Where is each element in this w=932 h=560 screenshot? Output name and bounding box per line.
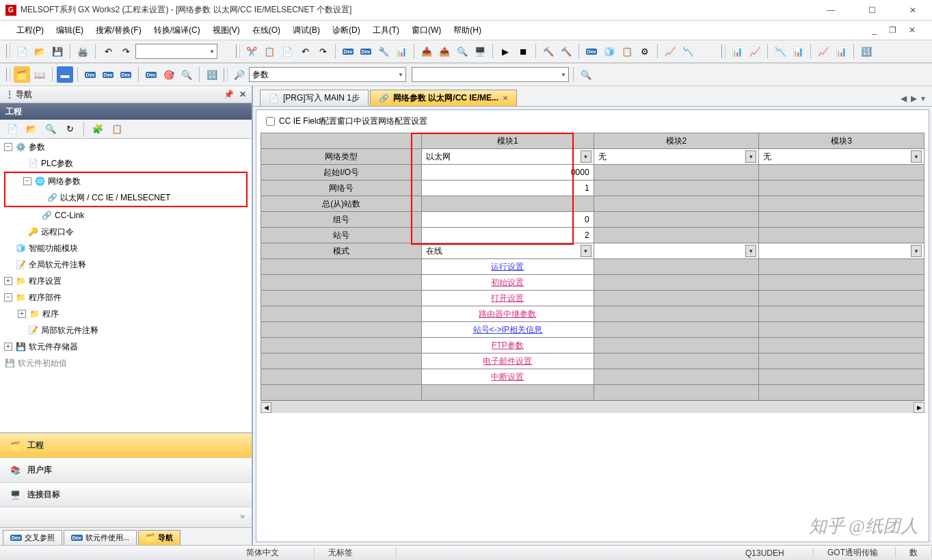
- netno-1[interactable]: 1: [422, 181, 594, 196]
- tab-next[interactable]: ▶: [911, 94, 917, 103]
- menu-project[interactable]: 工程(P): [12, 23, 48, 38]
- tab-cross[interactable]: Dev交叉参照: [3, 530, 62, 545]
- dev-btn-a[interactable]: Dev: [583, 43, 600, 59]
- tree-devmem[interactable]: +💾软元件存储器: [0, 338, 252, 355]
- tree-eth[interactable]: 🔗以太网 / CC IE / MELSECNET: [5, 189, 246, 206]
- tool-x2[interactable]: 📉: [680, 43, 696, 59]
- mdi-close[interactable]: ✕: [905, 24, 920, 36]
- chart-btn-6[interactable]: 📊: [833, 43, 849, 59]
- minimize-button[interactable]: —: [817, 5, 844, 15]
- print-button[interactable]: 🖨️: [75, 43, 91, 59]
- tree-progset[interactable]: +📁程序设置: [0, 273, 252, 289]
- plc-verify[interactable]: 🔍: [454, 43, 470, 59]
- tb2-6[interactable]: Dev: [143, 66, 159, 83]
- link-open[interactable]: 打开设置: [491, 293, 524, 303]
- plc-read[interactable]: 📥: [418, 43, 435, 59]
- tab-network[interactable]: 🔗网络参数 以太网/CC IE/ME...✕: [370, 90, 517, 106]
- link-router[interactable]: 路由器中继参数: [479, 309, 536, 319]
- cut-button[interactable]: ✂️: [243, 43, 260, 59]
- undo-button[interactable]: ↶: [100, 43, 116, 59]
- mdi-minimize[interactable]: _: [868, 24, 881, 36]
- type-1[interactable]: 以太网: [422, 149, 594, 165]
- nav-tb-3[interactable]: 🔍: [42, 121, 59, 137]
- param-combo-2[interactable]: [412, 67, 569, 82]
- dev-btn-1[interactable]: Dev: [340, 43, 356, 59]
- link-ip[interactable]: 站号<->IP相关信息: [473, 325, 542, 334]
- option-btn[interactable]: ⚙: [637, 43, 653, 59]
- tree-plc[interactable]: 📄PLC参数: [0, 155, 252, 172]
- redo-button[interactable]: ↷: [118, 43, 134, 59]
- tab-prev[interactable]: ◀: [901, 94, 907, 103]
- tb2-5[interactable]: Dev: [118, 66, 134, 83]
- dev-btn-2[interactable]: Dev: [358, 43, 374, 59]
- chart-btn-2[interactable]: 📈: [747, 43, 763, 59]
- build-btn[interactable]: 🔨: [540, 43, 557, 59]
- chart-btn-3[interactable]: 📉: [772, 43, 788, 59]
- io-1[interactable]: 0000: [422, 165, 594, 181]
- grid-hscroll[interactable]: ◀ ▶: [261, 401, 924, 413]
- menu-tool[interactable]: 工具(T): [369, 23, 403, 38]
- tb2-8[interactable]: 🔍: [178, 66, 195, 83]
- paste-button[interactable]: 📄: [279, 43, 295, 59]
- tb2-2[interactable]: ▬: [57, 66, 73, 83]
- menu-view[interactable]: 视图(V): [209, 23, 244, 38]
- tab-dev[interactable]: Dev软元件使用...: [64, 530, 137, 545]
- link-ftp[interactable]: FTP参数: [492, 341, 524, 350]
- tool-btn-3[interactable]: 🔧: [375, 43, 392, 59]
- menu-find[interactable]: 搜索/替换(F): [92, 23, 146, 38]
- tree-cclink[interactable]: 🔗CC-Link: [0, 207, 252, 224]
- menu-debug[interactable]: 调试(B): [289, 23, 324, 38]
- tree-program[interactable]: +📁程序: [0, 306, 252, 322]
- chart-btn-1[interactable]: 📊: [729, 43, 745, 59]
- tree-global[interactable]: 📝全局软元件注释: [0, 256, 252, 273]
- tb2-9[interactable]: 🔢: [204, 66, 220, 83]
- tab-close-icon[interactable]: ✕: [503, 94, 508, 102]
- tb2-1[interactable]: 📖: [31, 66, 48, 83]
- menu-diag[interactable]: 诊断(D): [328, 23, 364, 38]
- tb2-3[interactable]: Dev: [82, 66, 98, 83]
- chart-btn-5[interactable]: 📈: [815, 43, 831, 59]
- mdi-restore[interactable]: ❐: [885, 24, 901, 36]
- link-mail[interactable]: 电子邮件设置: [483, 356, 532, 366]
- station-1[interactable]: 2: [422, 228, 594, 243]
- maximize-button[interactable]: ☐: [858, 5, 886, 15]
- link-init[interactable]: 初始设置: [491, 278, 524, 287]
- dev-btn-c[interactable]: 📋: [619, 43, 635, 59]
- nav-tb-2[interactable]: 📂: [23, 121, 40, 137]
- type-3[interactable]: 无: [759, 149, 924, 165]
- mode-3[interactable]: [759, 243, 924, 259]
- tb2-7[interactable]: 🎯: [161, 66, 177, 83]
- tree-net[interactable]: −🌐网络参数: [5, 173, 246, 189]
- tree-root[interactable]: −⚙️参数: [0, 139, 252, 155]
- nav-tb-6[interactable]: 📋: [109, 121, 125, 137]
- go-btn[interactable]: 🔍: [578, 66, 594, 83]
- copy-button[interactable]: 📋: [261, 43, 278, 59]
- group-1[interactable]: 0: [422, 212, 594, 228]
- undo2-button[interactable]: ↶: [297, 43, 313, 59]
- nav-tb-4[interactable]: ↻: [62, 121, 78, 137]
- chart-btn-7[interactable]: 🔢: [858, 43, 875, 59]
- tool-x1[interactable]: 📈: [662, 43, 678, 59]
- tb2-4[interactable]: Dev: [100, 66, 116, 83]
- menu-online[interactable]: 在线(O): [248, 23, 284, 38]
- tree-local[interactable]: 📝局部软元件注释: [0, 322, 252, 338]
- panel-close-icon[interactable]: ✕: [239, 90, 246, 99]
- pin-icon[interactable]: 📌: [224, 90, 234, 99]
- monitor-btn[interactable]: ▶: [497, 43, 514, 59]
- redo2-button[interactable]: ↷: [315, 43, 331, 59]
- tab-main[interactable]: 📄[PRG]写入 MAIN 1步: [260, 90, 369, 106]
- tab-menu[interactable]: ▾: [921, 94, 925, 103]
- nav-tb-5[interactable]: 🧩: [90, 121, 106, 137]
- mode-1[interactable]: 在线: [422, 243, 594, 259]
- dev-btn-b[interactable]: 🧊: [601, 43, 617, 59]
- menu-window[interactable]: 窗口(W): [408, 23, 445, 38]
- nav-conn[interactable]: 🖥️连接目标: [0, 482, 252, 507]
- nav-project[interactable]: 🗂️工程: [0, 433, 252, 457]
- tree-progparts[interactable]: −📁程序部件: [0, 289, 252, 306]
- save-button[interactable]: 💾: [49, 43, 66, 59]
- history-combo[interactable]: [135, 44, 217, 59]
- scroll-left[interactable]: ◀: [261, 402, 271, 413]
- param-combo[interactable]: 参数: [249, 67, 406, 82]
- tree-remote[interactable]: 🔑远程口令: [0, 224, 252, 240]
- scroll-right[interactable]: ▶: [914, 402, 924, 413]
